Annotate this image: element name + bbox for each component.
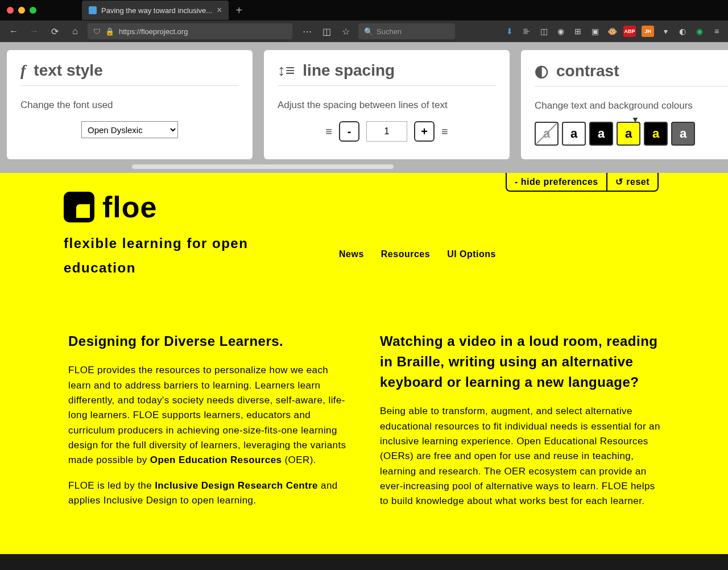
minimize-window-button[interactable] xyxy=(18,7,25,14)
back-button[interactable]: ← xyxy=(6,23,22,39)
reload-button[interactable]: ⟳ xyxy=(47,23,63,39)
col1-p1: FLOE provides the resources to personali… xyxy=(68,363,353,468)
close-window-button[interactable] xyxy=(7,7,14,14)
idrc-link[interactable]: Inclusive Design Research Centre xyxy=(155,480,318,491)
search-icon: 🔍 xyxy=(364,27,373,36)
column-right: Watching a video in a loud room, reading… xyxy=(380,331,664,519)
contrast-bw-button[interactable]: a xyxy=(562,122,586,146)
preferences-panel: f text style Change the font used Open D… xyxy=(0,42,728,173)
nav-ui-options[interactable]: UI Options xyxy=(447,249,496,259)
ext-icon-4[interactable]: ▾ xyxy=(660,26,671,37)
spacing-increase-button[interactable]: + xyxy=(414,121,435,142)
page-content: - hide preferences ↺reset floe flexible … xyxy=(0,173,728,554)
traffic-lights xyxy=(7,7,36,14)
scrollbar-thumb[interactable] xyxy=(132,164,394,169)
ext-icon-5[interactable]: ◐ xyxy=(677,26,688,37)
logo-icon xyxy=(64,192,94,222)
contrast-title: contrast xyxy=(556,62,619,80)
ext-icon-2[interactable]: ▣ xyxy=(589,26,601,37)
nav-news[interactable]: News xyxy=(339,249,364,259)
menu-icon[interactable]: ≡ xyxy=(711,26,722,37)
col2-heading: Watching a video in a loud room, reading… xyxy=(380,331,664,393)
contrast-grey-button[interactable]: a xyxy=(671,122,695,146)
forward-button[interactable]: → xyxy=(26,23,42,39)
spacing-decrease-button[interactable]: - xyxy=(339,121,359,142)
reset-button[interactable]: ↺reset xyxy=(606,173,659,192)
line-spacing-card: ↕≡ line spacing Adjust the spacing betwe… xyxy=(264,50,510,159)
col1-p2: FLOE is led by the Inclusive Design Rese… xyxy=(68,478,353,509)
nav-resources[interactable]: Resources xyxy=(381,249,430,259)
lock-icon: 🔒 xyxy=(105,27,114,36)
bookmark-star-icon[interactable]: ☆ xyxy=(338,23,354,39)
contrast-icon: ◐ xyxy=(535,61,548,80)
window-titlebar: Paving the way toward inclusive... × + xyxy=(0,0,728,20)
sidebar-icon[interactable]: ◫ xyxy=(538,26,549,37)
home-button[interactable]: ⌂ xyxy=(67,23,83,39)
contrast-default-button[interactable]: a xyxy=(535,122,559,146)
abp-icon[interactable]: ABP xyxy=(623,26,636,37)
text-style-title: text style xyxy=(34,61,102,80)
browser-toolbar: ← → ⟳ ⌂ 🛡 🔒 https://floeproject.org ⋯ ◫ … xyxy=(0,20,728,42)
hide-preferences-button[interactable]: - hide preferences xyxy=(506,173,606,192)
tab-title: Paving the way toward inclusive... xyxy=(101,6,212,15)
line-spacing-title: line spacing xyxy=(303,61,395,80)
line-spacing-desc: Adjust the spacing between lines of text xyxy=(278,100,496,111)
search-placeholder: Suchen xyxy=(377,27,402,36)
contrast-yb-button[interactable]: a xyxy=(644,122,668,146)
col1-heading: Designing for Diverse Learners. xyxy=(68,331,353,352)
ext-icon-3[interactable]: 🐵 xyxy=(606,26,618,37)
shield-icon: 🛡 xyxy=(93,27,101,36)
contrast-desc: Change text and background colours xyxy=(535,100,728,111)
maximize-window-button[interactable] xyxy=(30,7,36,14)
logo-text: floe xyxy=(102,190,157,224)
contrast-selected-indicator: ▼ xyxy=(631,115,639,124)
col2-p: Being able to transform, augment, and se… xyxy=(380,404,664,509)
ext-icon-1[interactable]: ⊞ xyxy=(572,26,584,37)
reader-icon[interactable]: ◫ xyxy=(318,23,334,39)
contrast-card: ◐ contrast Change text and background co… xyxy=(521,50,728,159)
new-tab-button[interactable]: + xyxy=(235,4,242,17)
search-bar[interactable]: 🔍 Suchen xyxy=(358,23,455,39)
spacing-tight-icon: ≡ xyxy=(325,125,332,138)
spacing-value-input[interactable] xyxy=(366,121,407,142)
toolbar-right-icons: ⬇ ⊪ ◫ ◉ ⊞ ▣ 🐵 ABP JH ▾ ◐ ◉ ≡ xyxy=(504,26,722,37)
browser-tab[interactable]: Paving the way toward inclusive... × xyxy=(82,1,229,20)
contrast-by-button[interactable]: a xyxy=(617,122,640,146)
more-icon[interactable]: ⋯ xyxy=(299,23,315,39)
contrast-wb-button[interactable]: a xyxy=(589,122,613,146)
text-style-card: f text style Change the font used Open D… xyxy=(7,50,253,159)
column-left: Designing for Diverse Learners. FLOE pro… xyxy=(68,331,353,519)
url-text: https://floeproject.org xyxy=(119,27,188,36)
line-spacing-icon: ↕≡ xyxy=(278,61,295,80)
oer-link[interactable]: Open Education Resources xyxy=(150,455,282,465)
font-select[interactable]: Open Dyslexic xyxy=(81,121,178,138)
prefs-scrollbar[interactable] xyxy=(7,164,728,170)
url-bar[interactable]: 🛡 🔒 https://floeproject.org xyxy=(88,23,292,39)
favicon xyxy=(89,6,97,14)
account-icon[interactable]: ◉ xyxy=(555,26,566,37)
library-icon[interactable]: ⊪ xyxy=(521,26,532,37)
jh-icon[interactable]: JH xyxy=(642,26,654,37)
reset-icon: ↺ xyxy=(615,176,623,187)
text-style-icon: f xyxy=(20,61,26,80)
main-nav: News Resources UI Options xyxy=(339,249,496,259)
spacing-loose-icon: ≡ xyxy=(441,122,448,141)
downloads-icon[interactable]: ⬇ xyxy=(504,26,515,37)
close-tab-icon[interactable]: × xyxy=(217,5,222,15)
text-style-desc: Change the font used xyxy=(20,100,239,111)
tagline: flexible learning for open education xyxy=(64,231,257,280)
ext-icon-6[interactable]: ◉ xyxy=(694,26,705,37)
